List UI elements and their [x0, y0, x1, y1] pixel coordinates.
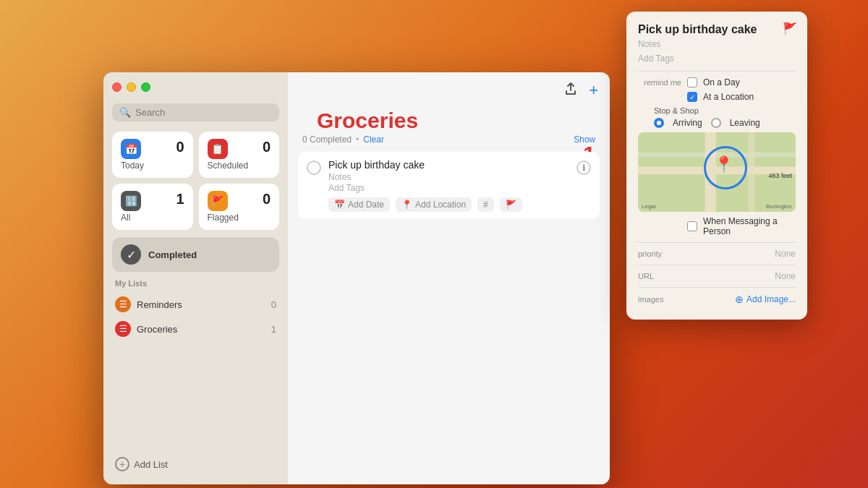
smart-lists-grid: 📅 0 Today 📋 0 Scheduled	[112, 132, 279, 230]
sidebar-item-all[interactable]: 🔢 1 All	[112, 184, 193, 230]
checkmark-icon: ✓	[121, 244, 141, 265]
add-task-button[interactable]: +	[587, 80, 600, 101]
at-location-label: At a Location	[703, 92, 754, 102]
reminders-list-icon: ☰	[115, 296, 131, 312]
minimize-button[interactable]	[127, 82, 136, 92]
calendar-icon: 📅	[121, 139, 141, 159]
map-watermark: Burlington	[766, 203, 792, 210]
sidebar: 🔍 📅 0 Today 📋 0	[103, 72, 288, 484]
on-a-day-checkbox[interactable]	[687, 77, 697, 87]
leaving-radio[interactable]	[711, 118, 721, 128]
sidebar-item-reminders[interactable]: ☰ Reminders 0	[112, 292, 279, 317]
scheduled-label: Scheduled	[208, 160, 271, 171]
divider	[638, 71, 796, 72]
share-button[interactable]	[563, 81, 579, 100]
today-label: Today	[121, 160, 184, 171]
search-bar[interactable]: 🔍	[112, 103, 279, 121]
flag-icon[interactable]: 🚩	[783, 22, 797, 35]
arriving-leaving-row: Arriving Leaving	[654, 118, 796, 128]
task-actions: 📅 Add Date 📍 Add Location #	[328, 197, 569, 212]
scheduled-icon: 📋	[208, 139, 228, 159]
all-icon: 🔢	[121, 191, 141, 211]
app-window: 🔍 📅 0 Today 📋 0	[103, 72, 610, 484]
priority-label: priority	[638, 249, 662, 258]
map-legal-label: Legal	[642, 203, 656, 210]
task-info-button[interactable]: ℹ	[576, 160, 591, 175]
toolbar: +	[288, 72, 610, 108]
fullscreen-button[interactable]	[141, 82, 150, 92]
task-name: Pick up birthday cake	[328, 159, 569, 171]
search-input[interactable]	[135, 107, 272, 118]
search-icon: 🔍	[119, 107, 131, 118]
main-content: + Groceries 1 0 Completed • Clear Show P	[288, 72, 610, 484]
all-count: 1	[176, 191, 184, 207]
svg-rect-4	[749, 132, 755, 212]
detail-panel: Pick up birthday cake 🚩 Notes Add Tags r…	[626, 12, 807, 320]
priority-row: priority None	[638, 249, 796, 259]
task-notes[interactable]: Notes	[328, 172, 569, 182]
remind-me-row: remind me On a Day	[638, 77, 796, 87]
groceries-list-icon: ☰	[115, 321, 131, 337]
divider-4	[638, 287, 796, 288]
add-tag-button[interactable]: #	[477, 197, 494, 212]
main-relative: + Groceries 1 0 Completed • Clear Show P	[288, 72, 610, 484]
sidebar-item-completed[interactable]: ✓ Completed	[112, 237, 279, 272]
add-list-label: Add List	[134, 459, 168, 470]
list-title: Groceries	[302, 108, 433, 132]
images-row: images ⊕ Add Image...	[638, 294, 796, 305]
table-row: Pick up birthday cake Notes Add Tags 📅 A…	[298, 152, 600, 219]
my-lists-heading: My Lists	[112, 279, 279, 288]
sidebar-item-today[interactable]: 📅 0 Today	[112, 132, 193, 178]
url-value[interactable]: None	[775, 271, 796, 281]
divider-3	[638, 265, 796, 265]
at-location-checkbox[interactable]: ✓	[687, 92, 697, 102]
list-header: 0 Completed • Clear Show	[288, 133, 610, 152]
scheduled-count: 0	[263, 139, 271, 155]
add-date-button[interactable]: 📅 Add Date	[328, 197, 390, 212]
task-checkbox[interactable]	[307, 160, 321, 175]
task-list: Pick up birthday cake Notes Add Tags 📅 A…	[288, 152, 610, 484]
all-label: All	[121, 213, 184, 223]
divider-2	[638, 242, 796, 243]
completed-label: Completed	[148, 249, 197, 260]
today-count: 0	[176, 139, 184, 155]
url-row: URL None	[638, 271, 796, 281]
leaving-label: Leaving	[730, 118, 760, 128]
add-image-label: Add Image...	[746, 294, 796, 304]
sidebar-item-scheduled[interactable]: 📋 0 Scheduled	[199, 132, 280, 178]
map-thumbnail[interactable]: 📍 463 feet Legal Burlington	[638, 132, 796, 212]
add-list-button[interactable]: + Add List	[112, 453, 279, 476]
add-image-button[interactable]: ⊕ Add Image...	[735, 294, 796, 305]
traffic-lights	[112, 81, 279, 93]
groceries-list-name: Groceries	[137, 324, 265, 335]
sidebar-item-flagged[interactable]: 🚩 0 Flagged	[199, 184, 280, 230]
clear-button[interactable]: Clear	[363, 134, 384, 145]
remind-me-label: remind me	[638, 78, 681, 87]
at-location-row: ✓ At a Location	[638, 92, 796, 102]
completed-count-info: 0 Completed	[302, 134, 352, 145]
detail-tags[interactable]: Add Tags	[638, 53, 796, 64]
add-location-button[interactable]: 📍 Add Location	[396, 197, 472, 212]
reminders-list-count: 0	[271, 299, 276, 310]
map-pin-icon: 📍	[714, 155, 733, 174]
arriving-radio[interactable]	[654, 118, 664, 128]
images-label: images	[638, 295, 663, 304]
priority-value[interactable]: None	[775, 249, 796, 259]
on-a-day-label: On a Day	[703, 77, 740, 87]
reminders-list-name: Reminders	[137, 299, 265, 310]
flag-icon: 🚩	[208, 191, 228, 211]
task-tags[interactable]: Add Tags	[328, 183, 569, 193]
task-body: Pick up birthday cake Notes Add Tags 📅 A…	[328, 159, 569, 212]
when-messaging-row: When Messaging a Person	[638, 216, 796, 236]
detail-notes[interactable]: Notes	[638, 39, 796, 49]
close-button[interactable]	[112, 82, 122, 92]
add-list-icon: +	[115, 457, 129, 471]
when-messaging-label: When Messaging a Person	[703, 216, 796, 236]
map-distance: 463 feet	[768, 172, 792, 179]
flagged-label: Flagged	[208, 213, 271, 223]
sidebar-item-groceries[interactable]: ☰ Groceries 1	[112, 317, 279, 341]
url-label: URL	[638, 272, 654, 281]
when-messaging-checkbox[interactable]	[687, 221, 697, 231]
location-name: Stop & Shop	[654, 106, 796, 115]
add-flag-button[interactable]: 🚩	[500, 197, 522, 212]
